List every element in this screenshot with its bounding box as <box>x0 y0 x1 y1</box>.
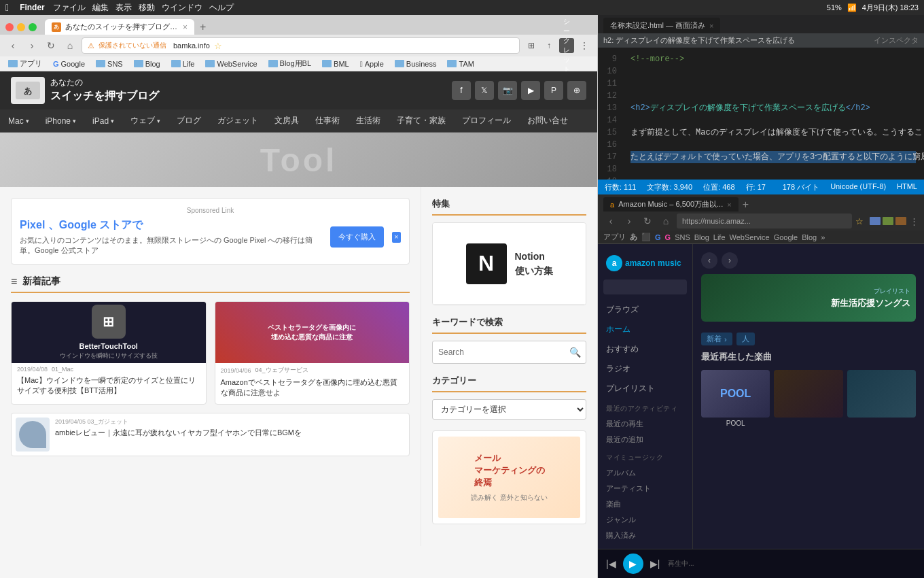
address-bar[interactable]: ⚠ 保護されていない通信 bamka.info ☆ <box>82 37 520 54</box>
bookmark-life[interactable]: Life <box>168 59 198 69</box>
search-button[interactable]: 🔍 <box>564 341 586 363</box>
music-bm-apps[interactable]: アプリ <box>603 232 626 242</box>
music-reload-button[interactable]: ↻ <box>640 214 655 228</box>
music-active-tab[interactable]: a Amazon Music – 6,500万曲以... × <box>603 197 739 211</box>
music-forward-button[interactable]: › <box>622 214 637 228</box>
player-skip-back[interactable]: |◀ <box>606 558 616 569</box>
music-song[interactable]: 楽曲 <box>598 496 692 512</box>
music-bm-a[interactable]: あ <box>630 232 637 242</box>
music-new-badge[interactable]: 新着 › <box>701 333 732 345</box>
music-bm-google2[interactable]: Google <box>774 233 798 241</box>
music-bm-blog2[interactable]: Blog <box>802 233 817 241</box>
music-nav-radio[interactable]: ラジオ <box>598 359 692 379</box>
ad-buy-button[interactable]: 今すぐ購入 <box>330 226 384 248</box>
music-nav-home[interactable]: ホーム <box>598 320 692 339</box>
music-bm-sns[interactable]: SNS <box>675 233 690 241</box>
new-tab-button[interactable]: + <box>197 21 209 33</box>
music-people-badge[interactable]: 人 <box>736 333 755 345</box>
nav-stationery[interactable]: 文房具 <box>266 109 307 132</box>
bookmark-google[interactable]: GGoogle <box>50 59 88 69</box>
menu-move[interactable]: 移動 <box>139 2 155 14</box>
share-icon[interactable]: ↑ <box>541 38 556 53</box>
music-artist[interactable]: アーティスト <box>598 481 692 496</box>
player-play-button[interactable]: ▶ <box>623 554 643 574</box>
minimize-button[interactable] <box>17 23 25 31</box>
reader-icon[interactable]: ⊞ <box>524 38 539 53</box>
bookmark-sns[interactable]: SNS <box>93 59 126 69</box>
bookmark-blogbl[interactable]: Blog用BL <box>266 58 314 69</box>
menu-edit[interactable]: 編集 <box>92 2 109 14</box>
editor-tab-close[interactable]: × <box>709 22 713 30</box>
music-genre[interactable]: ジャンル <box>598 512 692 528</box>
music-back-button[interactable]: ‹ <box>603 214 618 228</box>
nav-web[interactable]: ウェブ▾ <box>122 109 168 132</box>
pinterest-icon[interactable]: P <box>544 81 563 100</box>
youtube-icon[interactable]: ▶ <box>521 81 540 100</box>
notion-feature-card[interactable]: N Notion使い方集 <box>432 222 586 305</box>
active-browser-tab[interactable]: あ あなたのスイッチを押すブログ – ... × <box>45 19 194 35</box>
album-card-3[interactable] <box>847 370 916 427</box>
twitter-icon[interactable]: 𝕏 <box>475 81 494 100</box>
music-bookmark-star[interactable]: ☆ <box>855 216 864 226</box>
music-recent-add[interactable]: 最近の追加 <box>598 432 692 447</box>
bookmark-apple[interactable]: Apple <box>357 59 387 69</box>
facebook-icon[interactable]: f <box>452 81 471 100</box>
music-bm-google[interactable]: G <box>655 233 661 241</box>
secret-mode-button[interactable]: シークレット <box>559 38 574 53</box>
music-next-button[interactable]: › <box>722 252 738 269</box>
music-album[interactable]: アルバム <box>598 465 692 481</box>
music-new-tab-button[interactable]: + <box>740 199 751 211</box>
nav-profile[interactable]: プロフィール <box>454 109 519 132</box>
instagram-icon[interactable]: 📷 <box>498 81 517 100</box>
maximize-button[interactable] <box>29 23 37 31</box>
reload-button[interactable]: ↻ <box>43 38 58 53</box>
rss-icon[interactable]: ⊕ <box>567 81 586 100</box>
menu-window[interactable]: ウインドウ <box>162 2 202 14</box>
apple-menu[interactable]:  <box>5 2 9 13</box>
menu-view[interactable]: 表示 <box>116 2 132 14</box>
nav-blog[interactable]: ブログ <box>168 109 209 132</box>
music-purchase[interactable]: 購入済み <box>598 528 692 543</box>
music-address-bar[interactable]: https://music.amaz... <box>677 214 852 228</box>
menu-file[interactable]: ファイル <box>53 2 86 14</box>
bookmark-bml[interactable]: BML <box>319 59 352 69</box>
home-button[interactable]: ⌂ <box>63 38 77 53</box>
extensions-icon[interactable]: ⋮ <box>577 38 592 53</box>
bookmark-apps[interactable]: アプリ <box>5 58 45 69</box>
music-nav-recommended[interactable]: おすすめ <box>598 339 692 359</box>
bookmark-tam[interactable]: TAM <box>444 59 476 69</box>
music-bm-blog[interactable]: Blog <box>694 233 709 241</box>
category-select[interactable]: カテゴリーを選択 <box>432 399 586 420</box>
music-nav-playlist[interactable]: プレイリスト <box>598 379 692 398</box>
nav-gadget[interactable]: ガジェット <box>209 109 266 132</box>
music-search-input[interactable] <box>609 283 703 291</box>
nav-mac[interactable]: Mac▾ <box>0 109 37 132</box>
album-card-pool[interactable]: POOL POOL <box>701 370 770 427</box>
bookmark-business[interactable]: Business <box>392 59 440 69</box>
nav-iphone[interactable]: iPhone▾ <box>37 109 84 132</box>
nav-contact[interactable]: お問い合せ <box>519 109 576 132</box>
post-list-item-ambie[interactable]: 2019/04/05 03_ガジェット ambieレビュー｜永遠に耳が疲れないイ… <box>11 413 410 456</box>
music-prev-button[interactable]: ‹ <box>701 252 717 269</box>
album-card-2[interactable] <box>774 370 842 427</box>
nav-ipad[interactable]: iPad▾ <box>84 109 122 132</box>
nav-life[interactable]: 生活術 <box>348 109 389 132</box>
music-bm-more[interactable]: » <box>821 233 825 241</box>
tab-close-icon[interactable]: × <box>183 22 188 32</box>
nav-work[interactable]: 仕事術 <box>307 109 348 132</box>
post-card-amazon[interactable]: ベストセラータグを画像内に埋め込む悪質な商品に注意 2019/04/06 04_… <box>215 301 410 405</box>
music-more-button[interactable]: ⋮ <box>910 216 919 226</box>
editor-tab-html[interactable]: 名称未設定.html — 画面済み × <box>603 18 720 33</box>
music-tab-close[interactable]: × <box>727 201 731 209</box>
close-button[interactable] <box>5 23 14 31</box>
music-bm-life[interactable]: Life <box>713 233 726 241</box>
ad-close-button[interactable]: × <box>392 232 401 243</box>
bookmark-blog[interactable]: Blog <box>131 59 163 69</box>
bookmark-webservice[interactable]: WebService <box>202 59 260 69</box>
back-button[interactable]: ‹ <box>5 38 20 53</box>
music-bm-icon1[interactable]: ⬛ <box>641 233 651 241</box>
forward-button[interactable]: › <box>24 38 39 53</box>
menu-help[interactable]: ヘルプ <box>209 2 234 14</box>
editor-code-area[interactable]: <!--more--> <h2>ディスプレイの解像度を下げて作業スペースを広げる… <box>622 48 924 180</box>
music-recent-play[interactable]: 最近の再生 <box>598 416 692 432</box>
